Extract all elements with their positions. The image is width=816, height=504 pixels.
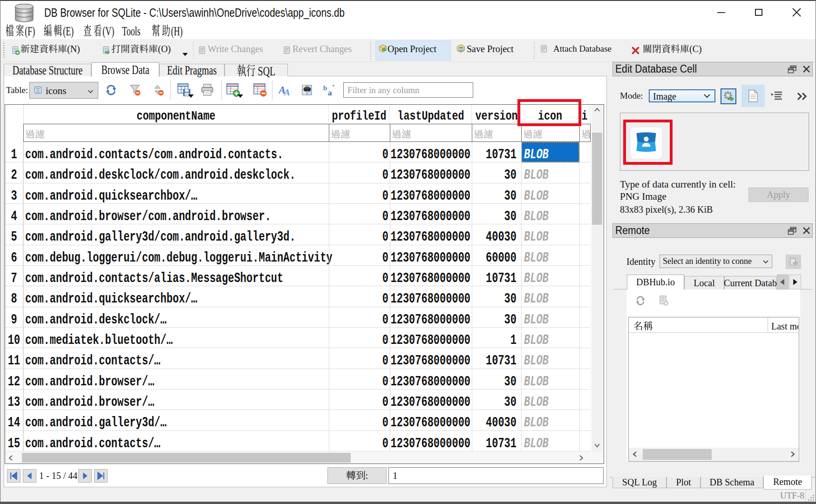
svg-text:b: b xyxy=(323,84,327,92)
svg-text:a: a xyxy=(328,88,332,96)
svg-text:A: A xyxy=(284,87,290,96)
